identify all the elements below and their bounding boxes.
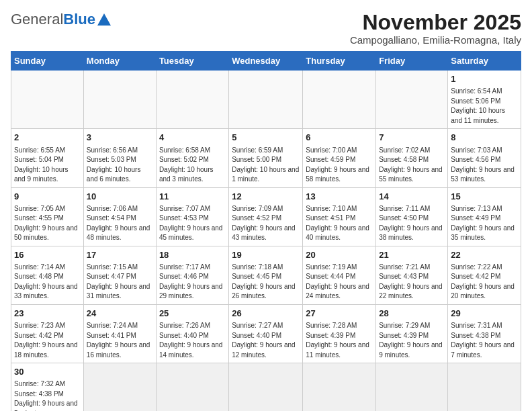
weekday-header-tuesday: Tuesday [156, 52, 228, 71]
calendar-day-cell: 28Sunrise: 7:29 AM Sunset: 4:39 PM Dayli… [376, 304, 448, 363]
day-number: 10 [87, 191, 153, 203]
day-info: Sunrise: 6:56 AM Sunset: 5:03 PM Dayligh… [87, 146, 153, 185]
day-number: 28 [379, 308, 445, 320]
calendar-week-row: 16Sunrise: 7:14 AM Sunset: 4:48 PM Dayli… [11, 246, 521, 304]
calendar-day-cell [376, 71, 448, 129]
day-number: 22 [451, 249, 518, 261]
calendar-day-cell: 18Sunrise: 7:17 AM Sunset: 4:46 PM Dayli… [156, 246, 228, 304]
day-info: Sunrise: 7:21 AM Sunset: 4:43 PM Dayligh… [379, 263, 445, 302]
day-info: Sunrise: 7:05 AM Sunset: 4:55 PM Dayligh… [14, 204, 81, 243]
day-number: 27 [306, 308, 373, 320]
calendar-day-cell [83, 71, 156, 129]
day-number: 11 [159, 191, 226, 203]
day-info: Sunrise: 6:59 AM Sunset: 5:00 PM Dayligh… [232, 146, 300, 185]
day-info: Sunrise: 7:23 AM Sunset: 4:42 PM Dayligh… [14, 321, 81, 360]
day-number: 26 [232, 308, 300, 320]
day-info: Sunrise: 7:27 AM Sunset: 4:40 PM Dayligh… [232, 321, 300, 360]
title-area: November 2025 Campogalliano, Emilia-Roma… [350, 11, 521, 46]
calendar-day-cell: 16Sunrise: 7:14 AM Sunset: 4:48 PM Dayli… [11, 246, 84, 304]
calendar-day-cell: 20Sunrise: 7:19 AM Sunset: 4:44 PM Dayli… [303, 246, 376, 304]
calendar-day-cell: 7Sunrise: 7:02 AM Sunset: 4:58 PM Daylig… [376, 129, 448, 187]
day-info: Sunrise: 6:58 AM Sunset: 5:02 PM Dayligh… [159, 146, 226, 185]
day-number: 1 [451, 73, 518, 85]
calendar-week-row: 1Sunrise: 6:54 AM Sunset: 5:06 PM Daylig… [11, 71, 521, 129]
calendar-day-cell: 22Sunrise: 7:22 AM Sunset: 4:42 PM Dayli… [448, 246, 521, 304]
day-number: 21 [379, 249, 445, 261]
day-info: Sunrise: 7:11 AM Sunset: 4:50 PM Dayligh… [379, 204, 445, 243]
day-number: 16 [14, 249, 81, 261]
page-header: General Blue November 2025 Campogalliano… [11, 11, 521, 46]
day-info: Sunrise: 7:28 AM Sunset: 4:39 PM Dayligh… [306, 321, 373, 360]
day-number: 6 [306, 132, 373, 144]
calendar-day-cell [376, 363, 448, 411]
day-number: 7 [379, 132, 445, 144]
calendar-day-cell: 26Sunrise: 7:27 AM Sunset: 4:40 PM Dayli… [229, 304, 303, 363]
calendar-day-cell: 11Sunrise: 7:07 AM Sunset: 4:53 PM Dayli… [156, 187, 228, 246]
weekday-header-thursday: Thursday [303, 52, 376, 71]
day-number: 5 [232, 132, 300, 144]
calendar-day-cell: 30Sunrise: 7:32 AM Sunset: 4:38 PM Dayli… [11, 363, 84, 411]
day-number: 8 [451, 132, 518, 144]
calendar-week-row: 2Sunrise: 6:55 AM Sunset: 5:04 PM Daylig… [11, 129, 521, 187]
calendar-day-cell [303, 363, 376, 411]
day-info: Sunrise: 7:31 AM Sunset: 4:38 PM Dayligh… [451, 321, 518, 360]
day-info: Sunrise: 7:09 AM Sunset: 4:52 PM Dayligh… [232, 204, 300, 243]
day-info: Sunrise: 7:32 AM Sunset: 4:38 PM Dayligh… [14, 379, 81, 411]
day-number: 4 [159, 132, 226, 144]
month-title: November 2025 [350, 11, 521, 34]
weekday-header-row: SundayMondayTuesdayWednesdayThursdayFrid… [11, 52, 521, 71]
calendar-day-cell: 29Sunrise: 7:31 AM Sunset: 4:38 PM Dayli… [448, 304, 521, 363]
day-info: Sunrise: 7:13 AM Sunset: 4:49 PM Dayligh… [451, 204, 518, 243]
calendar-week-row: 30Sunrise: 7:32 AM Sunset: 4:38 PM Dayli… [11, 363, 521, 411]
day-number: 12 [232, 191, 300, 203]
calendar-week-row: 23Sunrise: 7:23 AM Sunset: 4:42 PM Dayli… [11, 304, 521, 363]
day-number: 15 [451, 191, 518, 203]
calendar-day-cell: 14Sunrise: 7:11 AM Sunset: 4:50 PM Dayli… [376, 187, 448, 246]
calendar-day-cell: 25Sunrise: 7:26 AM Sunset: 4:40 PM Dayli… [156, 304, 228, 363]
calendar-day-cell: 4Sunrise: 6:58 AM Sunset: 5:02 PM Daylig… [156, 129, 228, 187]
day-info: Sunrise: 6:54 AM Sunset: 5:06 PM Dayligh… [451, 87, 518, 126]
day-number: 30 [14, 366, 81, 378]
calendar-day-cell: 21Sunrise: 7:21 AM Sunset: 4:43 PM Dayli… [376, 246, 448, 304]
day-info: Sunrise: 7:17 AM Sunset: 4:46 PM Dayligh… [159, 263, 226, 302]
calendar-day-cell: 12Sunrise: 7:09 AM Sunset: 4:52 PM Dayli… [229, 187, 303, 246]
day-number: 19 [232, 249, 300, 261]
calendar-day-cell: 27Sunrise: 7:28 AM Sunset: 4:39 PM Dayli… [303, 304, 376, 363]
day-info: Sunrise: 7:29 AM Sunset: 4:39 PM Dayligh… [379, 321, 445, 360]
weekday-header-friday: Friday [376, 52, 448, 71]
calendar-day-cell: 9Sunrise: 7:05 AM Sunset: 4:55 PM Daylig… [11, 187, 84, 246]
weekday-header-sunday: Sunday [11, 52, 84, 71]
calendar-day-cell: 6Sunrise: 7:00 AM Sunset: 4:59 PM Daylig… [303, 129, 376, 187]
location-subtitle: Campogalliano, Emilia-Romagna, Italy [350, 34, 521, 46]
day-info: Sunrise: 7:15 AM Sunset: 4:47 PM Dayligh… [87, 263, 153, 302]
logo-blue-text: Blue [63, 11, 95, 28]
logo-area: General Blue [11, 11, 111, 28]
calendar-day-cell: 13Sunrise: 7:10 AM Sunset: 4:51 PM Dayli… [303, 187, 376, 246]
weekday-header-monday: Monday [83, 52, 156, 71]
day-info: Sunrise: 7:07 AM Sunset: 4:53 PM Dayligh… [159, 204, 226, 243]
calendar-day-cell: 1Sunrise: 6:54 AM Sunset: 5:06 PM Daylig… [448, 71, 521, 129]
day-number: 9 [14, 191, 81, 203]
day-info: Sunrise: 7:26 AM Sunset: 4:40 PM Dayligh… [159, 321, 226, 360]
calendar-day-cell: 2Sunrise: 6:55 AM Sunset: 5:04 PM Daylig… [11, 129, 84, 187]
calendar-day-cell: 19Sunrise: 7:18 AM Sunset: 4:45 PM Dayli… [229, 246, 303, 304]
day-info: Sunrise: 6:55 AM Sunset: 5:04 PM Dayligh… [14, 146, 81, 185]
day-info: Sunrise: 7:19 AM Sunset: 4:44 PM Dayligh… [306, 263, 373, 302]
day-number: 29 [451, 308, 518, 320]
logo-general-text: General [11, 11, 63, 28]
day-number: 3 [87, 132, 153, 144]
calendar-day-cell [11, 71, 84, 129]
day-number: 2 [14, 132, 81, 144]
calendar-day-cell: 23Sunrise: 7:23 AM Sunset: 4:42 PM Dayli… [11, 304, 84, 363]
calendar-day-cell: 17Sunrise: 7:15 AM Sunset: 4:47 PM Dayli… [83, 246, 156, 304]
calendar-day-cell [83, 363, 156, 411]
day-info: Sunrise: 7:02 AM Sunset: 4:58 PM Dayligh… [379, 146, 445, 185]
calendar-day-cell [229, 363, 303, 411]
day-info: Sunrise: 7:22 AM Sunset: 4:42 PM Dayligh… [451, 263, 518, 302]
svg-marker-0 [97, 13, 111, 26]
calendar-table: SundayMondayTuesdayWednesdayThursdayFrid… [11, 51, 521, 411]
calendar-day-cell: 10Sunrise: 7:06 AM Sunset: 4:54 PM Dayli… [83, 187, 156, 246]
day-number: 14 [379, 191, 445, 203]
day-info: Sunrise: 7:00 AM Sunset: 4:59 PM Dayligh… [306, 146, 373, 185]
calendar-day-cell: 3Sunrise: 6:56 AM Sunset: 5:03 PM Daylig… [83, 129, 156, 187]
